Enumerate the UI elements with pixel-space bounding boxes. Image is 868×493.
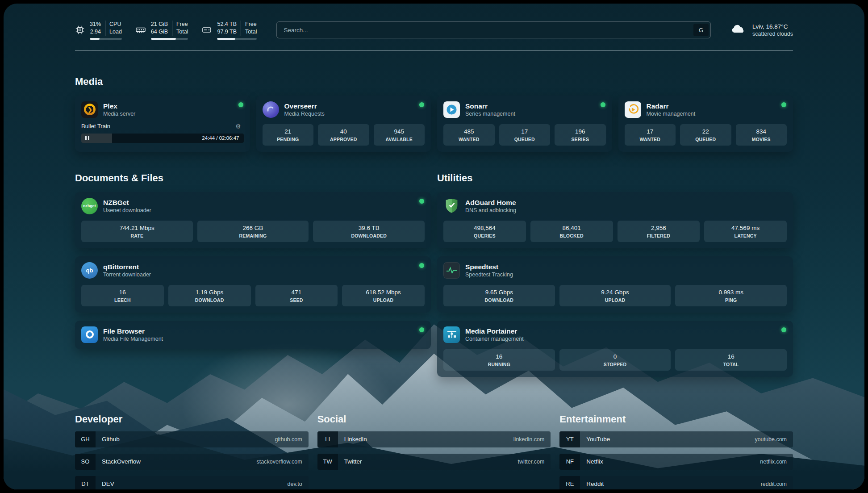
utilities-column: Utilities AdGuard Home DNS and adblockin… <box>437 172 793 385</box>
stat-tile: 16TOTAL <box>675 349 787 371</box>
system-metrics: 31% CPU 2.94 Load 21 GiB <box>75 21 257 40</box>
bookmark-reddit[interactable]: RE Reddit reddit.com <box>559 476 793 489</box>
filebrowser-card[interactable]: File Browser Media File Management <box>75 321 431 349</box>
bookmark-name: DEV <box>102 480 114 487</box>
bookmark-name: StackOverflow <box>102 458 141 465</box>
cloud-icon <box>730 23 747 37</box>
app-name: Speedtest <box>465 263 513 271</box>
memory-metric: 21 GiB Free 64 GiB Total <box>135 21 188 40</box>
app-desc: Series management <box>465 111 515 117</box>
status-dot <box>419 199 424 204</box>
bookmark-linkedin[interactable]: LI LinkedIn linkedin.com <box>317 431 551 447</box>
app-desc: Speedtest Tracking <box>465 272 513 278</box>
stat-tile: 16RUNNING <box>443 349 555 371</box>
status-dot <box>601 102 605 107</box>
adguard-icon <box>443 198 460 214</box>
bookmark-netflix[interactable]: NF Netflix netflix.com <box>559 454 793 470</box>
bookmark-name: Netflix <box>586 458 603 465</box>
cpu-load-label: Load <box>105 28 122 36</box>
bookmark-abbr: DT <box>75 476 96 489</box>
stat-tile: 618.52 MbpsUPLOAD <box>342 285 425 306</box>
bookmark-twitter[interactable]: TW Twitter twitter.com <box>317 454 551 470</box>
app-name: AdGuard Home <box>465 198 516 207</box>
header-divider <box>75 50 793 51</box>
cpu-progress-bar <box>90 38 122 40</box>
bookmark-name: Twitter <box>344 458 362 465</box>
search-input[interactable] <box>276 21 711 38</box>
stat-tile: 16LEECH <box>81 285 164 306</box>
cpu-usage-label: CPU <box>105 21 122 28</box>
storage-icon <box>201 25 212 35</box>
app-desc: Media Requests <box>284 111 325 117</box>
ram-progress-bar <box>151 38 188 40</box>
playback-progress-bar[interactable]: 24:44 / 02:06:47 <box>81 134 244 143</box>
stat-tile: 39.6 TBDOWNLOADED <box>313 221 425 242</box>
sonarr-icon <box>443 101 460 118</box>
bookmark-url: youtube.com <box>755 436 787 443</box>
app-name: qBittorrent <box>103 263 151 271</box>
qbittorrent-icon: qb <box>81 262 98 279</box>
bookmark-url: reddit.com <box>761 481 787 487</box>
bookmark-dev[interactable]: DT DEV dev.to <box>75 476 309 489</box>
stat-tile: 471SEED <box>255 285 338 306</box>
status-dot <box>781 327 786 332</box>
ram-free-label: Free <box>172 21 188 28</box>
stat-tile: 9.24 GbpsUPLOAD <box>559 285 671 306</box>
status-dot <box>781 102 786 107</box>
overseerr-card[interactable]: Overseerr Media Requests 21PENDING 40APP… <box>256 96 431 152</box>
status-dot <box>419 327 424 332</box>
nzbget-card[interactable]: nzbget NZBGet Usenet downloader 744.21 M… <box>75 192 431 248</box>
app-name: File Browser <box>103 327 163 335</box>
cpu-metric: 31% CPU 2.94 Load <box>75 21 122 40</box>
qbittorrent-card[interactable]: qb qBittorrent Torrent downloader 16LEEC… <box>75 256 431 313</box>
section-title-media: Media <box>75 76 793 88</box>
plex-card[interactable]: ❯ Plex Media server Bullet Train ⚙ 24:44… <box>75 96 250 152</box>
stat-tile: 17WANTED <box>625 124 676 146</box>
adguard-card[interactable]: AdGuard Home DNS and adblocking 498,564Q… <box>437 192 793 248</box>
app-desc: Movie management <box>647 111 696 117</box>
app-desc: Media server <box>103 111 135 117</box>
overseerr-icon <box>263 101 279 118</box>
weather-condition: scattered clouds <box>752 31 793 37</box>
documents-column: Documents & Files nzbget NZBGet Usenet d… <box>75 172 431 385</box>
bookmark-abbr: NF <box>559 454 580 470</box>
bookmark-github[interactable]: GH Github github.com <box>75 431 309 447</box>
bookmark-abbr: SO <box>75 454 96 470</box>
sonarr-card[interactable]: Sonarr Series management 485WANTED 17QUE… <box>437 96 612 152</box>
developer-bookmarks: Developer GH Github github.com SO StackO… <box>75 414 309 489</box>
bookmark-abbr: YT <box>559 431 580 447</box>
stat-tile: 47.569 msLATENCY <box>704 221 787 242</box>
disk-free-value: 52.4 TB <box>217 21 241 28</box>
pause-icon[interactable] <box>85 136 89 140</box>
weather-widget[interactable]: Lviv, 16.87°C scattered clouds <box>730 23 793 37</box>
section-title-documents: Documents & Files <box>75 172 431 184</box>
app-desc: Torrent downloader <box>103 272 151 278</box>
app-name: Sonarr <box>465 102 515 110</box>
gear-icon[interactable]: ⚙ <box>233 123 244 130</box>
radarr-card[interactable]: Radarr Movie management 17WANTED 22QUEUE… <box>618 96 793 152</box>
bookmark-stackoverflow[interactable]: SO StackOverflow stackoverflow.com <box>75 454 309 470</box>
section-title-entertainment: Entertainment <box>559 414 793 425</box>
stat-tile: 834MOVIES <box>736 124 787 146</box>
stat-tile: 498,564QUERIES <box>443 221 526 242</box>
bookmark-youtube[interactable]: YT YouTube youtube.com <box>559 431 793 447</box>
app-name: Plex <box>103 102 135 110</box>
stat-tile: 40APPROVED <box>318 124 369 146</box>
status-dot <box>419 102 424 107</box>
bookmark-url: twitter.com <box>518 459 545 465</box>
app-name: NZBGet <box>103 198 151 207</box>
stat-tile: 1.19 GbpsDOWNLOAD <box>168 285 251 306</box>
bookmark-url: netflix.com <box>760 459 787 465</box>
status-dot <box>238 102 243 107</box>
dashboard-screen: 31% CPU 2.94 Load 21 GiB <box>4 4 864 489</box>
stat-tile: 22QUEUED <box>680 124 731 146</box>
stat-tile: 945AVAILABLE <box>374 124 425 146</box>
stat-tile: 9.65 GbpsDOWNLOAD <box>443 285 555 306</box>
filebrowser-icon <box>81 326 98 343</box>
portainer-card[interactable]: Media Portainer Container management 16R… <box>437 321 793 377</box>
stat-tile: 196SERIES <box>555 124 606 146</box>
search-engine-button[interactable]: G <box>693 24 709 36</box>
app-name: Media Portainer <box>465 327 524 335</box>
speedtest-card[interactable]: Speedtest Speedtest Tracking 9.65 GbpsDO… <box>437 256 793 313</box>
storage-metric: 52.4 TB Free 97.9 TB Total <box>201 21 257 40</box>
